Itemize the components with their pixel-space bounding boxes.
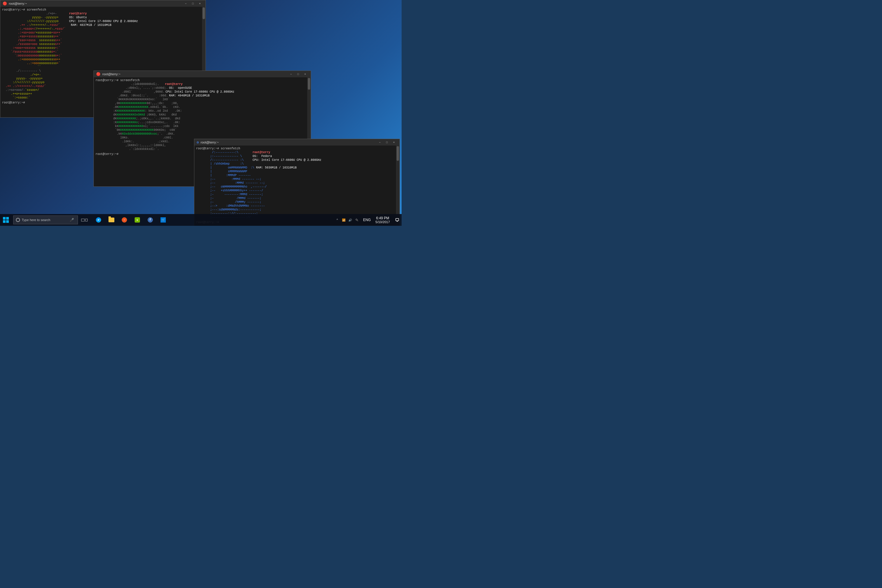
fedora-window-title: root@terry:~ [201,141,376,144]
taskbar-file-explorer-button[interactable] [105,214,117,226]
speaker-icon[interactable]: 🔊 [348,218,352,222]
fedora-minimize-button[interactable]: − [376,140,383,145]
ubuntu-window-controls: − □ × [183,1,203,6]
fedora-close-button[interactable]: × [391,140,397,145]
ubuntu-icon: ○ [122,217,127,222]
nvidia-icon: N [135,217,140,222]
clock-time: 6:49 PM [376,216,389,220]
terminal-fedora-window: ⚙ root@terry:~ − □ × root@terry:~# scree… [194,139,400,226]
fedora-maximize-button[interactable]: □ [384,140,390,145]
fedora-icon: f [148,217,153,222]
notifications-button[interactable] [393,214,402,226]
opensuse-maximize-button[interactable]: □ [295,72,302,76]
task-view-button[interactable] [78,214,90,226]
ubuntu-minimize-button[interactable]: − [183,1,189,6]
taskbar-fedora-button[interactable]: f [144,214,156,226]
ubuntu-close-button[interactable]: × [196,1,203,6]
taskbar: Type here to search 🎤 e ○ N [0,214,402,226]
notifications-icon [395,218,399,222]
taskbar-edge-button[interactable]: e [93,214,104,226]
network-icon[interactable]: 📶 [341,218,346,222]
system-tray: ^ 📶 🔊 🔌 [333,214,362,226]
svg-rect-0 [396,219,399,221]
language-indicator[interactable]: ENG [362,214,372,226]
fedora-titlebar[interactable]: ⚙ root@terry:~ − □ × [194,139,399,146]
taskbar-search-bar[interactable]: Type here to search 🎤 [13,216,78,224]
opensuse-titlebar[interactable]: 🔴 root@terry:~ − □ × [94,71,311,77]
opensuse-minimize-button[interactable]: − [288,72,294,76]
clock-date: 5/10/2017 [375,220,390,224]
ubuntu-ascii-1: ./+o+- [2,12,69,16]
search-placeholder-text: Type here to search [22,218,50,222]
fedora-window-controls: − □ × [376,140,397,145]
ubuntu-scrollbar-thumb[interactable] [202,8,205,19]
opensuse-scrollbar-thumb[interactable] [308,78,310,90]
taskbar-ubuntu-button[interactable]: ○ [118,214,130,226]
start-button[interactable] [0,214,12,226]
task-view-icon [81,219,88,221]
search-icon [16,218,20,222]
taskbar-app-buttons: e ○ N f 🛒 [93,214,169,226]
ubuntu-maximize-button[interactable]: □ [190,1,196,6]
battery-icon[interactable]: 🔌 [354,218,359,222]
opensuse-close-button[interactable]: × [302,72,308,76]
store-icon: 🛒 [160,217,166,222]
ubuntu-titlebar[interactable]: 🔴 root@terry:~ − □ × [0,0,206,7]
system-clock[interactable]: 6:49 PM 5/10/2017 [372,214,393,226]
windows-logo [3,217,9,223]
taskbar-store-button[interactable]: 🛒 [157,214,169,226]
opensuse-window-controls: − □ × [288,72,308,76]
opensuse-window-title: root@terry:~ [102,72,288,76]
microphone-icon[interactable]: 🎤 [70,218,74,222]
taskbar-systray-area: ^ 📶 🔊 🔌 ENG 6:49 PM 5/10/2017 [333,214,402,226]
ubuntu-window-title: root@terry:~ [9,2,183,5]
fedora-scrollbar-thumb[interactable] [397,146,399,161]
ubuntu-command-prompt: root@terry:~# screenfetch [2,8,46,12]
taskbar-nvidia-button[interactable]: N [131,214,143,226]
file-explorer-icon [108,218,114,222]
edge-icon: e [96,217,101,222]
chevron-icon[interactable]: ^ [335,218,340,222]
